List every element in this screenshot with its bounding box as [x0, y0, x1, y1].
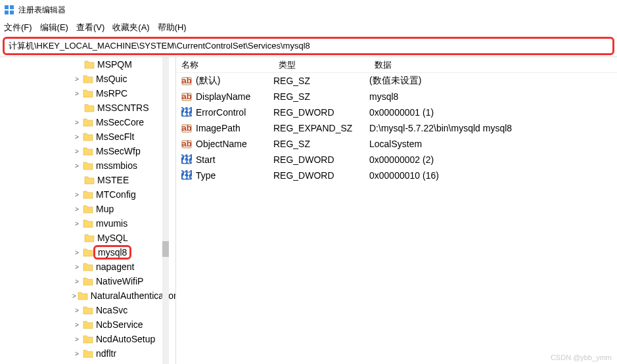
expand-icon[interactable]: >	[72, 133, 81, 141]
tree-item-naturalauthentication[interactable]: >NaturalAuthentication	[0, 288, 175, 303]
expand-icon[interactable]: >	[72, 350, 81, 357]
folder-icon	[78, 291, 88, 300]
value-row[interactable]: ObjectNameREG_SZLocalSystem	[176, 136, 617, 152]
expand-icon[interactable]: >	[72, 191, 81, 198]
tree-item-mtconfig[interactable]: >MTConfig	[0, 187, 175, 202]
expand-icon[interactable]: >	[72, 292, 76, 300]
tree-scroll-thumb[interactable]	[162, 241, 169, 257]
menu-view[interactable]: 查看(V)	[76, 22, 104, 34]
expand-icon[interactable]: >	[72, 162, 81, 170]
tree-item-msscntrs[interactable]: MSSCNTRS	[0, 101, 175, 115]
tree-item-ncbservice[interactable]: >NcbService	[0, 317, 175, 332]
tree-item-mssecflt[interactable]: >MsSecFlt	[0, 129, 175, 144]
tree-item-mysql[interactable]: MySQL	[0, 231, 175, 245]
tree-item-mvumis[interactable]: >mvumis	[0, 216, 175, 231]
tree-label: MsSecFlt	[96, 131, 134, 142]
menu-edit[interactable]: 编辑(E)	[40, 22, 68, 34]
value-row[interactable]: DisplayNameREG_SZmysql8	[176, 89, 617, 104]
menu-favorites[interactable]: 收藏夹(A)	[112, 22, 149, 34]
value-name: ImagePath	[196, 123, 273, 133]
tree-item-mspqm[interactable]: MSPQM	[0, 57, 175, 72]
tree-label: MSSCNTRS	[97, 102, 149, 113]
value-row[interactable]: (默认)REG_SZ(数值未设置)	[176, 73, 617, 89]
expand-icon[interactable]: >	[72, 249, 81, 256]
expand-icon[interactable]: >	[72, 336, 81, 343]
tree-label: ndfltr	[96, 348, 116, 359]
folder-icon	[84, 175, 95, 185]
content-area: MSPQM>MsQuic>MsRPCMSSCNTRS>MsSecCore>MsS…	[0, 57, 617, 364]
expand-icon[interactable]: >	[72, 321, 81, 329]
binary-value-icon	[181, 107, 192, 118]
window-title: 注册表编辑器	[18, 5, 66, 16]
expand-icon[interactable]: >	[72, 307, 81, 314]
value-type: REG_SZ	[273, 139, 369, 149]
folder-icon	[83, 74, 93, 83]
expand-icon[interactable]: >	[72, 119, 81, 126]
folder-icon	[83, 219, 93, 228]
value-type: REG_DWORD	[273, 154, 369, 165]
folder-icon	[83, 161, 93, 170]
tree-item-msquic[interactable]: >MsQuic	[0, 72, 175, 86]
tree-item-mup[interactable]: >Mup	[0, 202, 175, 216]
tree-item-ncdautosetup[interactable]: >NcdAutoSetup	[0, 332, 175, 346]
expand-icon[interactable]: >	[72, 220, 81, 227]
tree-item-msrpc[interactable]: >MsRPC	[0, 86, 175, 101]
tree-item-napagent[interactable]: >napagent	[0, 260, 175, 274]
value-name: Start	[196, 154, 273, 165]
value-type: REG_SZ	[273, 76, 369, 86]
expand-icon[interactable]: >	[72, 263, 81, 271]
expand-icon[interactable]: >	[72, 148, 81, 155]
menu-bar: 文件(F) 编辑(E) 查看(V) 收藏夹(A) 帮助(H)	[0, 20, 617, 35]
tree-pane[interactable]: MSPQM>MsQuic>MsRPCMSSCNTRS>MsSecCore>MsS…	[0, 57, 176, 364]
value-row[interactable]: ImagePathREG_EXPAND_SZD:\mysql-5.7.22\bi…	[176, 120, 617, 136]
string-value-icon	[181, 123, 192, 133]
tree-label: mvumis	[96, 218, 127, 229]
folder-icon	[83, 248, 93, 257]
string-value-icon	[181, 139, 192, 149]
expand-icon[interactable]: >	[72, 278, 81, 285]
tree-item-nativewifip[interactable]: >NativeWifiP	[0, 274, 175, 288]
tree-item-ncasvc[interactable]: >NcaSvc	[0, 303, 175, 317]
value-row[interactable]: StartREG_DWORD0x00000002 (2)	[176, 152, 617, 168]
tree-label: NcaSvc	[96, 305, 127, 315]
binary-value-icon	[181, 170, 192, 181]
folder-icon	[84, 60, 95, 69]
expand-icon[interactable]: >	[72, 90, 81, 97]
tree-item-ndfltr[interactable]: >ndfltr	[0, 346, 175, 361]
string-value-icon	[181, 91, 192, 102]
folder-icon	[84, 103, 95, 112]
tree-item-mstee[interactable]: MSTEE	[0, 173, 175, 187]
menu-file[interactable]: 文件(F)	[4, 22, 32, 34]
col-header-type[interactable]: 类型	[273, 59, 369, 71]
tree-item-msseccore[interactable]: >MsSecCore	[0, 115, 175, 129]
value-name: Type	[196, 170, 273, 181]
value-data: 0x00000010 (16)	[369, 170, 617, 181]
value-type: REG_DWORD	[273, 170, 369, 181]
folder-icon	[83, 334, 93, 344]
folder-icon	[83, 190, 93, 199]
col-header-data[interactable]: 数据	[369, 59, 617, 71]
value-row[interactable]: ErrorControlREG_DWORD0x00000001 (1)	[176, 104, 617, 120]
tree-label: MSPQM	[97, 59, 132, 70]
menu-help[interactable]: 帮助(H)	[158, 22, 187, 34]
value-row[interactable]: TypeREG_DWORD0x00000010 (16)	[176, 168, 617, 183]
tree-item-mssecwfp[interactable]: >MsSecWfp	[0, 144, 175, 158]
address-bar-container: 计算机\HKEY_LOCAL_MACHINE\SYSTEM\CurrentCon…	[0, 35, 617, 57]
values-pane[interactable]: 名称 类型 数据 (默认)REG_SZ(数值未设置)DisplayNameREG…	[176, 57, 617, 364]
expand-icon[interactable]: >	[72, 76, 81, 83]
value-data: LocalSystem	[369, 139, 617, 149]
tree-label: MsSecWfp	[96, 146, 141, 156]
folder-icon	[83, 147, 93, 156]
folder-icon	[83, 118, 93, 127]
folder-icon	[83, 262, 93, 271]
col-header-name[interactable]: 名称	[176, 59, 273, 71]
tree-scrollbar[interactable]	[162, 57, 169, 364]
folder-icon	[84, 233, 95, 242]
value-data: 0x00000002 (2)	[369, 154, 617, 165]
tree-item-mysql8[interactable]: >mysql8	[0, 245, 175, 260]
tree-item-mssmbios[interactable]: >mssmbios	[0, 158, 175, 173]
expand-icon[interactable]: >	[72, 206, 81, 213]
tree-label: MTConfig	[96, 189, 136, 200]
address-bar[interactable]: 计算机\HKEY_LOCAL_MACHINE\SYSTEM\CurrentCon…	[3, 37, 614, 55]
value-name: ErrorControl	[196, 107, 273, 118]
